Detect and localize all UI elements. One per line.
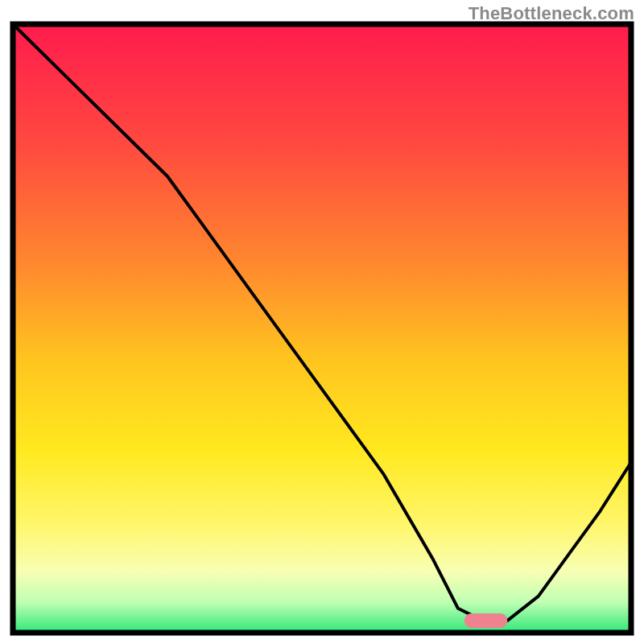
optimal-range-marker — [464, 613, 508, 628]
attribution-text: TheBottleneck.com — [469, 3, 634, 24]
bottleneck-chart — [0, 0, 644, 644]
chart-container: TheBottleneck.com — [0, 0, 644, 644]
